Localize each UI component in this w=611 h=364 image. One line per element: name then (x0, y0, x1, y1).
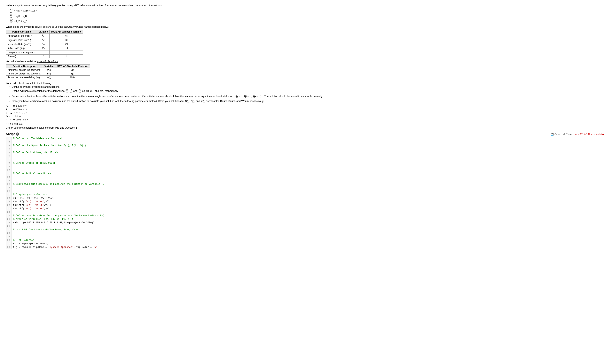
table-row: Metabolic Rate (min−1) km km (6, 42, 83, 46)
code-line: 4 (6, 147, 605, 151)
string-literal: 'B(t) = %s \n' (24, 204, 44, 207)
reset-button[interactable]: ↺ Reset (563, 133, 572, 136)
line-number: 9 (6, 165, 12, 168)
line-content (12, 165, 13, 168)
param-col-name: Parameter Name (6, 30, 37, 34)
line-content: yD = y.D; yB = y.B; yW = y.W; (12, 196, 54, 200)
line-content: % order of variables: {ka, kd, km, D0, r… (12, 218, 75, 221)
code-line: 22 (6, 210, 605, 214)
table-row: Initial Dose (mg) D0 D0 (6, 46, 83, 50)
string-literal: 'W(t) = %s \n' (24, 207, 44, 210)
code-line: 20fprintf('B(t) = %s \n',yB); (6, 203, 605, 207)
help-icon[interactable]: ? (16, 132, 19, 136)
matlab-docs-button[interactable]: ≡ MATLAB Documentation (575, 133, 605, 136)
func-col-desc: Function Description (6, 64, 43, 68)
matlab-icon: ≡ (575, 133, 577, 136)
code-line: 14% Solve ODEs with dsolve, and assingn … (6, 182, 605, 186)
script-toolbar: 💾 Save ↺ Reset ≡ MATLAB Documentation (551, 133, 605, 136)
table-row: Time (s) t t (6, 54, 83, 58)
line-number: 8 (6, 161, 12, 165)
comment-text: % Define our Variables and Constants (13, 137, 64, 140)
line-number: 27 (6, 228, 12, 232)
string-literal: 'w' (93, 246, 97, 249)
comment-text: % Define numeric values for the paramete… (13, 214, 106, 217)
line-content: fprintf('D(t) = %s \n',yD); (12, 200, 51, 203)
save-button[interactable]: 💾 Save (551, 133, 560, 136)
comment-text: % Plot Solution (13, 239, 34, 242)
table-row: Drug Release Rate (min−1) r r (6, 50, 83, 54)
line-content (12, 140, 13, 144)
code-line: 10 (6, 168, 605, 172)
line-content: % Define numeric values for the paramete… (12, 214, 106, 218)
line-number: 31 (6, 242, 12, 246)
table-row: Amount of drug in the body (mg) D(t) D(t… (6, 68, 90, 72)
line-number: 23 (6, 214, 12, 218)
code-line: 7 (6, 158, 605, 161)
code-line: 13 (6, 179, 605, 182)
line-number: 24 (6, 218, 12, 221)
code-line: 30% Plot Solution (6, 238, 605, 242)
line-content: vals = {0.025 0.005 0.015 50 0.1151,lins… (12, 221, 96, 224)
string-literal: 'D(t) = %s \n' (24, 200, 44, 203)
table-row: Amount of processed drug (mg) W(t) W(t) (6, 75, 90, 79)
line-number: 4 (6, 147, 12, 151)
bullet-1: Define all symbolic variables and functi… (12, 85, 605, 88)
line-number: 20 (6, 203, 12, 207)
line-number: 30 (6, 238, 12, 242)
line-number: 5 (6, 151, 12, 154)
func-col-matlab: MATLAB Symbolic Function (55, 64, 90, 68)
save-icon: 💾 (551, 133, 554, 136)
line-number: 28 (6, 232, 12, 235)
code-line: 8% Define System of THREE ODEs: (6, 161, 605, 165)
script-title-block: Script ? (6, 132, 19, 136)
line-content (12, 224, 13, 228)
code-line: 32fig = figure; fig.Name = 'Systems Appr… (6, 246, 605, 249)
line-content: % Define System of THREE ODEs: (12, 161, 55, 165)
line-content: % Define Derivatives, dD, dB, dW (12, 151, 58, 154)
code-line: 6 (6, 154, 605, 158)
line-number: 17 (6, 193, 12, 196)
check-plots-text: Check your plots against the solutions f… (6, 126, 605, 129)
line-number: 6 (6, 154, 12, 158)
param-table: Parameter Name Variable MATLAB Symbolic … (6, 30, 83, 58)
param-col-var: Variable (37, 30, 49, 34)
comment-text: % order of variables: {ka, kd, km, D0, r… (13, 218, 75, 221)
line-number: 3 (6, 144, 12, 147)
function-note: You will also have to define symbolic fu… (6, 60, 605, 63)
line-content: % use SUBS function to define Dnum, Bnum… (12, 228, 78, 232)
line-number: 25 (6, 221, 12, 224)
bullet-2: Define symbolic expressions for the deri… (12, 89, 605, 93)
reset-label: Reset (566, 133, 572, 136)
code-line: 29 (6, 235, 605, 238)
code-editor[interactable]: 1% Define our Variables and Constants23%… (6, 137, 605, 249)
string-literal: 'Systems Approach' (48, 246, 74, 249)
code-line: 27% use SUBS function to define Dnum, Bn… (6, 228, 605, 232)
line-content (12, 189, 13, 193)
code-line: 21fprintf('W(t) = %s \n',yW); (6, 207, 605, 210)
line-content: % Solve ODEs with dsolve, and assingn th… (12, 182, 106, 186)
line-content (12, 179, 13, 182)
code-line: 23% Define numeric values for the parame… (6, 214, 605, 218)
line-number: 22 (6, 210, 12, 214)
line-number: 2 (6, 140, 12, 144)
line-content (12, 175, 13, 179)
code-line: 31t = linspace(0,360,2000); (6, 242, 605, 246)
line-number: 11 (6, 172, 12, 175)
script-header: Script ? 💾 Save ↺ Reset ≡ MATLAB Documen… (6, 132, 605, 136)
parameter-values: ka = 0.025 min⁻¹ kd = 0.005 min⁻¹ km = 0… (6, 104, 605, 121)
code-line: 18yD = y.D; yB = y.B; yW = y.W; (6, 196, 605, 200)
line-content (12, 232, 13, 235)
symbolic-note: When using the symbolic solver, be sure … (6, 25, 605, 28)
line-number: 21 (6, 207, 12, 210)
comment-text: % Define System of THREE ODEs: (13, 162, 55, 165)
line-content: fprintf('W(t) = %s \n',yW); (12, 207, 51, 210)
comment-text: % Solve ODEs with dsolve, and assingn th… (13, 183, 106, 185)
code-line: 3% Define the Symbolic Functions for D(t… (6, 144, 605, 147)
line-number: 15 (6, 186, 12, 189)
line-content: % Define initial conditions: (12, 172, 53, 175)
comment-text: % Display your solutions: (13, 193, 48, 196)
intro-text: Write a script to solve the same drug de… (6, 4, 605, 7)
line-content: % Display your solutions: (12, 193, 48, 196)
line-content (12, 154, 13, 158)
line-content (12, 210, 13, 214)
